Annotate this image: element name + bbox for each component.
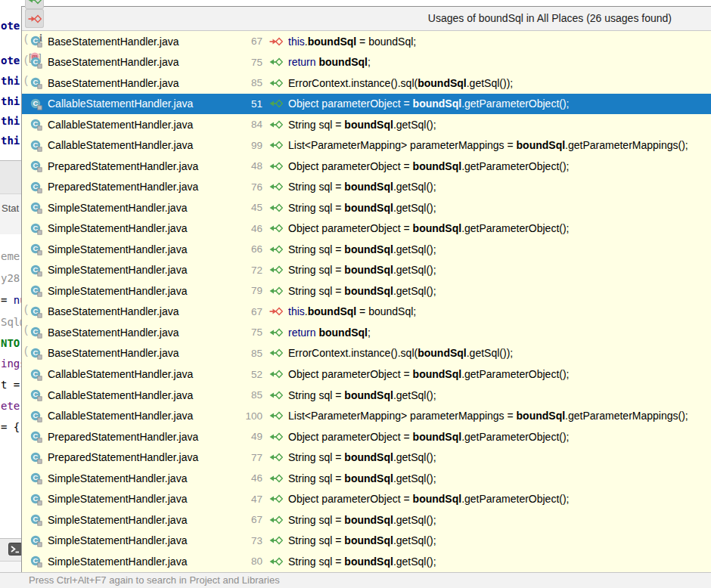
usage-code-preview: String sql = boundSql.getSql(); (288, 264, 436, 276)
usage-row[interactable]: CSimpleStatementHandler.java45String sql… (22, 197, 711, 218)
usage-file-name: CallableStatementHandler.java (48, 139, 232, 151)
file-icon-cell: (C (29, 326, 45, 339)
read-access-icon (269, 348, 283, 357)
usage-code-preview: String sql = boundSql.getSql(); (288, 389, 436, 401)
read-access-cell (269, 141, 283, 150)
file-icon-cell: C (29, 555, 45, 568)
file-icon-cell: (C (29, 56, 45, 69)
usage-row[interactable]: CSimpleStatementHandler.java66String sql… (22, 239, 711, 260)
read-access-cell (269, 557, 283, 566)
usage-row[interactable]: (CBaseStatementHandler.java67this.boundS… (22, 302, 711, 323)
editor-text-fragment: ote (1, 20, 20, 32)
class-icon: C (29, 388, 42, 401)
usage-row[interactable]: CSimpleStatementHandler.java72String sql… (22, 260, 711, 281)
show-read-access-button[interactable] (25, 0, 44, 9)
status-bar-hint: Press Ctrl+Alt+F7 again to search in Pro… (29, 574, 280, 586)
usage-file-name: PreparedStatementHandler.java (48, 160, 232, 172)
usage-file-name: BaseStatementHandler.java (48, 305, 232, 317)
read-access-icon (269, 224, 283, 233)
usage-row[interactable]: (CBaseStatementHandler.java67this.boundS… (22, 31, 711, 52)
editor-text-fragment: NTO (1, 337, 20, 349)
read-access-icon (269, 245, 283, 254)
usage-row[interactable]: (CBaseStatementHandler.java75return boun… (22, 52, 711, 73)
usage-code-preview: String sql = boundSql.getSql(); (288, 285, 436, 297)
usage-row[interactable]: CSimpleStatementHandler.java73String sql… (22, 530, 711, 551)
class-icon: C (29, 97, 42, 110)
usage-row[interactable]: (CBaseStatementHandler.java85ErrorContex… (22, 343, 711, 364)
usage-file-name: SimpleStatementHandler.java (48, 285, 232, 297)
read-access-cell (269, 99, 283, 108)
file-icon-cell: (C (29, 35, 45, 48)
file-icon-cell: C (29, 159, 45, 172)
usage-row[interactable]: CCallableStatementHandler.java100List<Pa… (22, 405, 711, 426)
read-access-cell (269, 391, 283, 400)
usage-line-number: 77 (232, 452, 262, 463)
usage-row[interactable]: CSimpleStatementHandler.java46String sql… (22, 468, 711, 489)
class-icon: C (29, 472, 42, 484)
usage-row[interactable]: CSimpleStatementHandler.java67String sql… (22, 509, 711, 531)
usage-row[interactable]: (CBaseStatementHandler.java85ErrorContex… (22, 73, 711, 94)
usage-row[interactable]: (CBaseStatementHandler.java75return boun… (22, 322, 711, 343)
class-icon: C (29, 534, 42, 547)
file-icon-cell: C (29, 430, 45, 443)
read-access-icon (269, 391, 283, 400)
usage-row[interactable]: CSimpleStatementHandler.java47Object par… (22, 488, 711, 509)
abstract-class-marker: ( (24, 32, 28, 45)
class-icon: C (29, 35, 42, 48)
abstract-class-marker: ( (24, 74, 28, 86)
usage-file-name: BaseStatementHandler.java (48, 326, 232, 339)
editor-text-fragment: thi (1, 115, 20, 127)
class-icon: C (29, 181, 42, 193)
usage-row[interactable]: CSimpleStatementHandler.java80String sql… (22, 551, 711, 572)
class-icon: C (29, 76, 42, 89)
usage-file-name: CallableStatementHandler.java (48, 368, 232, 380)
usage-row[interactable]: CSimpleStatementHandler.java79String sql… (22, 280, 711, 302)
usage-row[interactable]: CPreparedStatementHandler.java48Object p… (22, 156, 711, 177)
class-icon: C (29, 139, 42, 152)
usage-line-number: 80 (232, 556, 262, 567)
editor-text-fragment: thi (1, 135, 20, 147)
usage-line-number: 47 (232, 494, 262, 505)
usage-row[interactable]: CSimpleStatementHandler.java46Object par… (22, 218, 711, 240)
usage-row[interactable]: CCallableStatementHandler.java99List<Par… (22, 135, 711, 156)
usage-file-name: BaseStatementHandler.java (48, 36, 232, 48)
usage-line-number: 85 (232, 348, 262, 359)
usage-row[interactable]: CCallableStatementHandler.java52Object p… (22, 364, 711, 385)
usage-line-number: 99 (232, 140, 262, 151)
usage-file-name: SimpleStatementHandler.java (48, 514, 232, 526)
read-access-icon (269, 265, 283, 274)
read-access-icon (269, 536, 283, 545)
read-access-cell (269, 203, 283, 212)
usage-row[interactable]: CPreparedStatementHandler.java49Object p… (22, 426, 711, 447)
popup-header: i[m] Usages of boundSql in All Places (2… (22, 7, 711, 31)
bottom-spacer-band (0, 561, 21, 572)
status-bar: Press Ctrl+Alt+F7 again to search in Pro… (0, 572, 711, 588)
popup-title: Usages of boundSql in All Places (26 usa… (428, 7, 672, 30)
usage-file-name: CallableStatementHandler.java (48, 97, 232, 110)
read-access-cell (269, 245, 283, 254)
read-access-icon (269, 557, 283, 566)
usage-code-preview: List<ParameterMapping> parameterMappings… (288, 139, 688, 151)
usage-row[interactable]: CPreparedStatementHandler.java76String s… (22, 177, 711, 198)
abstract-class-marker: ( (24, 303, 28, 315)
usage-file-name: CallableStatementHandler.java (48, 119, 232, 131)
read-access-cell (269, 162, 283, 171)
usage-row[interactable]: CPreparedStatementHandler.java77String s… (22, 447, 711, 468)
show-write-access-button[interactable] (25, 9, 44, 28)
usage-row[interactable]: CCallableStatementHandler.java85String s… (22, 385, 711, 406)
usage-file-name: BaseStatementHandler.java (48, 56, 232, 68)
usage-row[interactable]: CCallableStatementHandler.java84String s… (22, 114, 711, 135)
usage-file-name: SimpleStatementHandler.java (48, 243, 232, 255)
write-access-cell (269, 307, 283, 316)
class-icon: C (29, 118, 42, 131)
usage-row[interactable]: CCallableStatementHandler.java51Object p… (22, 94, 711, 115)
usage-line-number: 73 (232, 535, 262, 546)
usage-code-preview: ErrorContext.instance().sql(boundSql.get… (288, 347, 513, 359)
file-icon-cell: C (29, 534, 45, 547)
usage-line-number: 51 (232, 98, 262, 110)
class-icon: C (29, 368, 42, 381)
toolwindow-label: Stat (2, 203, 19, 214)
usage-file-name: PreparedStatementHandler.java (48, 181, 232, 193)
read-access-icon (269, 141, 283, 150)
write-access-icon (269, 307, 283, 316)
